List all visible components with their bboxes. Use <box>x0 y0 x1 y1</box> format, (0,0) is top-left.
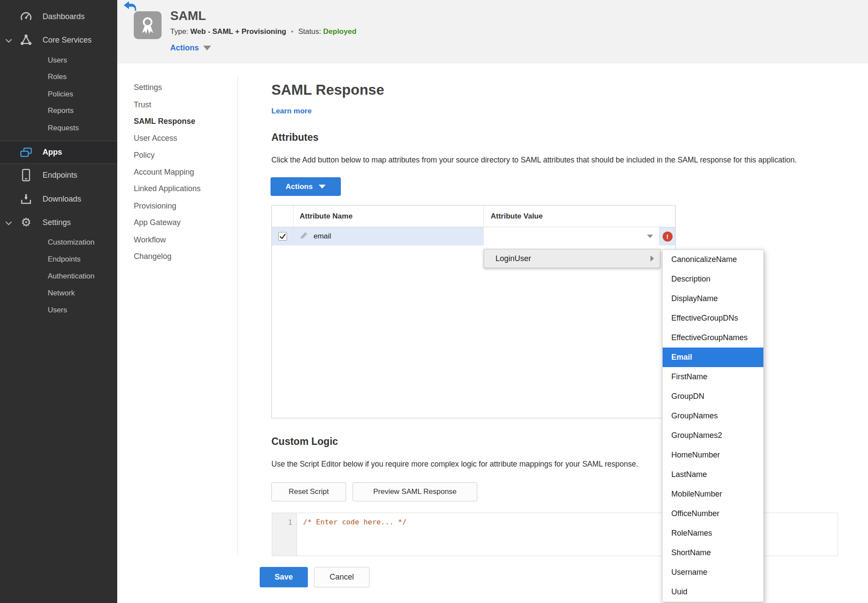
sidebar-item-endpoints[interactable]: Endpoints <box>0 166 117 185</box>
subnav-item-workflow[interactable]: Workflow <box>134 235 166 245</box>
type-label: Type: <box>170 27 188 36</box>
subnav-item-changelog[interactable]: Changelog <box>134 252 172 261</box>
gauge-icon <box>19 11 33 22</box>
subnav-item-app-gateway[interactable]: App Gateway <box>134 218 181 227</box>
page-title: SAML <box>170 9 206 23</box>
status-value: Deployed <box>323 27 356 36</box>
subnav-item-user-access[interactable]: User Access <box>134 134 177 143</box>
vertical-divider <box>238 76 238 554</box>
menu-item-loginuser[interactable]: LoginUser <box>484 249 660 268</box>
menu-item-mobilenumber[interactable]: MobileNumber <box>663 484 763 504</box>
phone-icon <box>19 169 33 182</box>
menu-item-groupnames[interactable]: GroupNames <box>663 406 763 426</box>
sidebar-item-customization[interactable]: Customization <box>0 237 117 248</box>
reset-script-button[interactable]: Reset Script <box>271 482 346 501</box>
edit-pencil-icon[interactable] <box>300 231 308 242</box>
preview-saml-response-button[interactable]: Preview SAML Response <box>353 482 477 501</box>
caret-down-icon <box>203 46 211 50</box>
subnav-item-provisioning[interactable]: Provisioning <box>134 202 176 211</box>
save-button[interactable]: Save <box>260 567 308 587</box>
menu-item-canonicalizename[interactable]: CanonicalizeName <box>663 250 763 269</box>
subnav-item-settings[interactable]: Settings <box>134 83 162 92</box>
menu-item-description[interactable]: Description <box>663 269 763 289</box>
sidebar-item-settings-endpoints[interactable]: Endpoints <box>0 254 117 265</box>
menu-item-homenumber[interactable]: HomeNumber <box>663 445 763 465</box>
menu-item-rolenames[interactable]: RoleNames <box>663 523 763 543</box>
caret-down-icon <box>319 185 326 189</box>
sidebar-item-settings[interactable]: ⚙ Settings <box>0 213 117 232</box>
subnav-item-account-mapping[interactable]: Account Mapping <box>134 168 194 177</box>
attributes-description: Click the Add button below to map attrib… <box>271 156 797 165</box>
chevron-down-icon <box>5 37 12 45</box>
menu-item-groupnames2[interactable]: GroupNames2 <box>663 426 763 445</box>
menu-item-lastname[interactable]: LastName <box>663 465 763 484</box>
sidebar-item-roles[interactable]: Roles <box>0 71 117 83</box>
subnav-item-trust[interactable]: Trust <box>134 100 151 109</box>
attribute-name-cell: email <box>314 232 331 241</box>
menu-item-email[interactable]: Email <box>663 348 763 367</box>
attributes-actions-button[interactable]: Actions <box>271 177 341 196</box>
attribute-value-dropdown[interactable] <box>484 227 660 245</box>
custom-logic-description: Use the Script Editor below if you requi… <box>271 460 638 469</box>
attributes-table: Attribute Name Attribute Value email ! <box>271 205 676 418</box>
menu-item-firstname[interactable]: FirstName <box>663 367 763 387</box>
sidebar-item-policies[interactable]: Policies <box>0 89 117 100</box>
row-checkbox[interactable] <box>278 232 287 241</box>
sidebar-item-users[interactable]: Users <box>0 55 117 66</box>
core-services-icon <box>19 34 33 46</box>
sidebar-item-label: Endpoints <box>43 171 77 180</box>
column-header-attribute-name: Attribute Name <box>294 205 484 227</box>
app-meta: Type: Web - SAML + Provisioning • Status… <box>170 27 356 36</box>
cancel-button[interactable]: Cancel <box>314 567 370 587</box>
apps-icon <box>19 147 33 158</box>
app-header: SAML Type: Web - SAML + Provisioning • S… <box>117 0 868 63</box>
back-arrow-icon[interactable] <box>123 1 136 12</box>
sidebar-item-network[interactable]: Network <box>0 288 117 299</box>
sidebar-item-apps[interactable]: Apps <box>0 141 117 164</box>
sidebar-item-downloads[interactable]: Downloads <box>0 189 117 209</box>
menu-item-username[interactable]: Username <box>663 563 763 582</box>
attribute-submenu: CanonicalizeName Description DisplayName… <box>662 249 764 602</box>
attributes-heading: Attributes <box>271 132 319 143</box>
menu-item-displayname[interactable]: DisplayName <box>663 289 763 308</box>
caret-down-icon <box>647 235 653 238</box>
sidebar-item-label: Apps <box>43 148 62 157</box>
gear-icon: ⚙ <box>19 217 33 229</box>
subnav-item-policy[interactable]: Policy <box>134 151 155 160</box>
sidebar-item-label: Dashboards <box>43 12 85 21</box>
sidebar-item-authentication[interactable]: Authentication <box>0 271 117 282</box>
custom-logic-heading: Custom Logic <box>271 436 338 447</box>
sidebar-item-label: Settings <box>43 218 71 227</box>
sidebar-item-label: Downloads <box>43 195 81 204</box>
subnav-item-linked-applications[interactable]: Linked Applications <box>134 184 201 193</box>
sidebar-item-settings-users[interactable]: Users <box>0 305 117 316</box>
menu-item-effectivegroupnames[interactable]: EffectiveGroupNames <box>663 328 763 348</box>
subnav-item-saml-response[interactable]: SAML Response <box>134 117 195 126</box>
sidebar-item-reports[interactable]: Reports <box>0 105 117 116</box>
menu-item-officenumber[interactable]: OfficeNumber <box>663 504 763 523</box>
download-icon <box>19 193 33 205</box>
header-actions-menu[interactable]: Actions <box>170 43 211 53</box>
sidebar-item-dashboards[interactable]: Dashboards <box>0 7 117 26</box>
menu-item-groupdn[interactable]: GroupDN <box>663 387 763 406</box>
column-header-attribute-value: Attribute Value <box>484 205 675 227</box>
submenu-arrow-icon <box>650 255 654 262</box>
table-header-row: Attribute Name Attribute Value <box>272 205 675 227</box>
menu-item-effectivegroupdns[interactable]: EffectiveGroupDNs <box>663 308 763 328</box>
error-icon: ! <box>663 232 673 242</box>
select-all-column <box>272 205 294 227</box>
sidebar: Dashboards Core Services Users Roles Pol… <box>0 0 117 603</box>
learn-more-link[interactable]: Learn more <box>271 107 312 116</box>
editor-line-number: 1 <box>272 513 297 556</box>
sidebar-item-label: Core Services <box>43 36 92 45</box>
chevron-down-icon <box>5 220 12 228</box>
app-ribbon-icon <box>134 11 162 39</box>
status-label: Status: <box>298 27 321 36</box>
type-value: Web - SAML + Provisioning <box>190 27 286 36</box>
sidebar-item-requests[interactable]: Requests <box>0 123 117 134</box>
sidebar-item-core-services[interactable]: Core Services <box>0 30 117 50</box>
table-row: email ! <box>272 227 675 245</box>
menu-item-uuid[interactable]: Uuid <box>663 582 763 602</box>
separator-dot: • <box>288 27 296 36</box>
menu-item-shortname[interactable]: ShortName <box>663 543 763 563</box>
